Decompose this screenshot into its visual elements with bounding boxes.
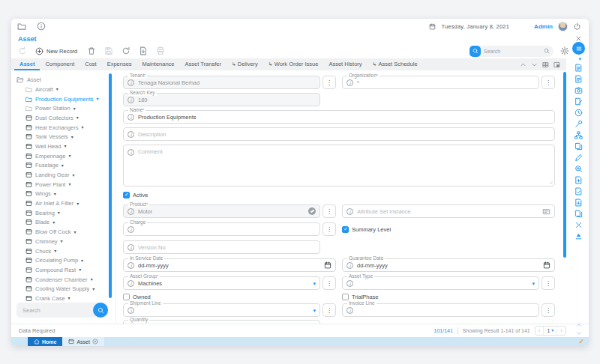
menu-toggle-button[interactable] (572, 42, 585, 55)
complete-document-icon[interactable] (574, 187, 583, 195)
charge-field[interactable]: Charge i (123, 222, 320, 236)
tree-search-button[interactable] (93, 303, 108, 318)
tree-item-power-station[interactable]: Power Station▾ (11, 103, 116, 113)
product-field[interactable]: Product* i Motor (123, 204, 320, 218)
caret-down-icon[interactable]: ▾ (71, 135, 74, 139)
charge-more-button[interactable]: ⋮ (322, 222, 336, 236)
expand-icon[interactable] (531, 61, 538, 68)
copy-record-icon[interactable] (574, 142, 583, 151)
version-no-field[interactable]: i Version No (123, 240, 320, 254)
tree-item-chuck[interactable]: Chuck▾ (11, 246, 116, 256)
trialphase-checkbox[interactable] (342, 294, 349, 300)
content-scrollbar[interactable] (563, 72, 566, 258)
caret-down-icon[interactable]: ▾ (82, 125, 84, 130)
asset-type-field[interactable]: Asset Type i ▾ (342, 276, 539, 290)
caret-down-icon[interactable]: ▾ (52, 220, 55, 225)
shipment-line-more-button[interactable]: ⋮ (322, 303, 336, 317)
active-checkbox[interactable] (123, 192, 130, 198)
tree-item-bearing[interactable]: Bearing▾ (11, 208, 116, 218)
attribute-set-instance-field[interactable]: i Attribute Set Instance (342, 204, 555, 218)
taskbar-tab-asset[interactable]: Asset (62, 337, 104, 346)
attachment-icon[interactable] (574, 86, 583, 94)
tree-item-blow-off-cock[interactable]: Blow Off Cock▾ (11, 227, 116, 237)
caret-down-icon[interactable]: ▾ (56, 87, 58, 91)
close-tab-icon[interactable] (92, 339, 98, 345)
chat-note-icon[interactable] (574, 97, 583, 106)
tree-search-input[interactable] (16, 307, 93, 314)
new-record-button[interactable]: New Record (35, 47, 77, 55)
export-icon[interactable] (139, 46, 148, 55)
prev-page-button[interactable]: ‹ (536, 327, 544, 335)
tenant-field[interactable]: Tenant* i Tenaga Nasional Berhad (123, 76, 320, 89)
shipment-line-field[interactable]: Shipment Line i ▾ (123, 303, 320, 317)
duplicate-document-icon[interactable] (574, 210, 583, 218)
caret-down-icon[interactable]: ▾ (64, 144, 66, 148)
tree-item-production-equipments[interactable]: Production Equipments▾ (11, 94, 116, 104)
workflow-icon[interactable] (574, 131, 583, 139)
change-history-icon[interactable] (574, 109, 583, 117)
dropdown-caret-icon[interactable]: ▾ (313, 281, 316, 286)
caret-down-icon[interactable]: ▾ (68, 182, 70, 186)
caret-down-icon[interactable]: ▾ (61, 239, 63, 243)
tree-item-chimney[interactable]: Chimney▾ (11, 237, 116, 246)
asset-type-more-button[interactable]: ⋮ (542, 276, 555, 290)
search-icon[interactable] (544, 48, 550, 54)
collapse-icon[interactable] (520, 61, 526, 68)
tenant-more-button[interactable]: ⋮ (322, 76, 336, 89)
dropdown-caret-icon[interactable]: ▾ (532, 281, 535, 286)
print-preview-icon[interactable] (574, 75, 583, 83)
calendar-icon[interactable] (324, 261, 332, 269)
resize-handle-icon[interactable] (548, 180, 553, 184)
tree-item-fuselage[interactable]: Fuselage▾ (11, 161, 116, 171)
tab-asset-history[interactable]: Asset History (323, 58, 367, 70)
tab-asset-transfer[interactable]: Asset Transfer (180, 58, 226, 70)
report-icon[interactable] (574, 64, 583, 72)
product-more-button[interactable]: ⋮ (322, 204, 336, 218)
search-input[interactable] (481, 49, 544, 54)
tree-item-empennage[interactable]: Empennage▾ (11, 151, 116, 161)
new-document-icon[interactable] (574, 176, 583, 184)
caret-down-icon[interactable]: ▾ (74, 106, 76, 111)
tab-cost[interactable]: Cost (80, 58, 101, 70)
next-page-button[interactable]: › (557, 327, 566, 335)
tab-delivery[interactable]: ↳Delivery (226, 58, 263, 70)
toolbar-search[interactable] (470, 46, 554, 57)
caret-down-icon[interactable]: ▾ (72, 173, 74, 178)
caret-down-icon[interactable]: ▾ (54, 249, 56, 253)
summary-level-checkbox[interactable] (342, 226, 349, 233)
caret-down-icon[interactable]: ▾ (76, 201, 79, 206)
caret-down-icon[interactable]: ▾ (76, 115, 79, 120)
save-icon[interactable] (104, 46, 113, 55)
tree-item-compound-rest[interactable]: Compound Rest▾ (11, 265, 116, 275)
caret-down-icon[interactable]: ▾ (68, 154, 70, 158)
tab-work-order-issue[interactable]: ↳Work Order Issue (263, 58, 324, 70)
tree-item-aircraft[interactable]: Aircraft▾ (11, 85, 116, 94)
tree-item-condenser-chamber[interactable]: Condenser Chamber▾ (11, 275, 116, 285)
refresh-icon[interactable] (122, 46, 130, 55)
invoice-line-field[interactable]: Invoice Line i (342, 303, 539, 317)
record-position[interactable]: 101/141 (434, 328, 453, 333)
close-window-icon[interactable] (575, 35, 582, 42)
search-key-field[interactable]: Search Key i 189 (123, 93, 320, 106)
tree-scrollbar[interactable] (109, 73, 112, 298)
user-menu[interactable]: Admin (534, 23, 553, 30)
asset-group-field[interactable]: Asset Group* i Machines ▾ (123, 276, 320, 290)
in-service-date-field[interactable]: In Service Date i dd-mm-yyyy (123, 258, 336, 272)
comment-field[interactable]: i Comment (123, 145, 555, 186)
tab-asset-schedule[interactable]: ↳Asset Schedule (368, 58, 423, 70)
tab-asset[interactable]: Asset (14, 58, 40, 70)
dropdown-caret-icon[interactable]: ▾ (313, 308, 316, 313)
guarantee-date-field[interactable]: Guarantee Date i dd-mm-yyyy (342, 258, 555, 272)
caret-down-icon[interactable]: ▾ (97, 97, 99, 101)
grid-view-icon[interactable] (542, 61, 549, 68)
owned-checkbox[interactable] (123, 294, 130, 300)
menu-caret-icon[interactable]: ▾ (578, 56, 581, 61)
tree-root[interactable]: Asset (11, 74, 116, 85)
tree-item-landing-gear[interactable]: Landing Gear▾ (11, 170, 116, 180)
tree-item-circulating-pump[interactable]: Circulating Pump▾ (11, 255, 116, 265)
tree-item-crank-case[interactable]: Crank Case▾ (11, 294, 116, 303)
name-field[interactable]: Name* i Production Equipments (123, 110, 555, 124)
avatar[interactable] (558, 22, 568, 31)
tree-item-dust-collectors[interactable]: Dust Collectors▾ (11, 113, 116, 123)
calendar-icon[interactable] (543, 261, 550, 269)
